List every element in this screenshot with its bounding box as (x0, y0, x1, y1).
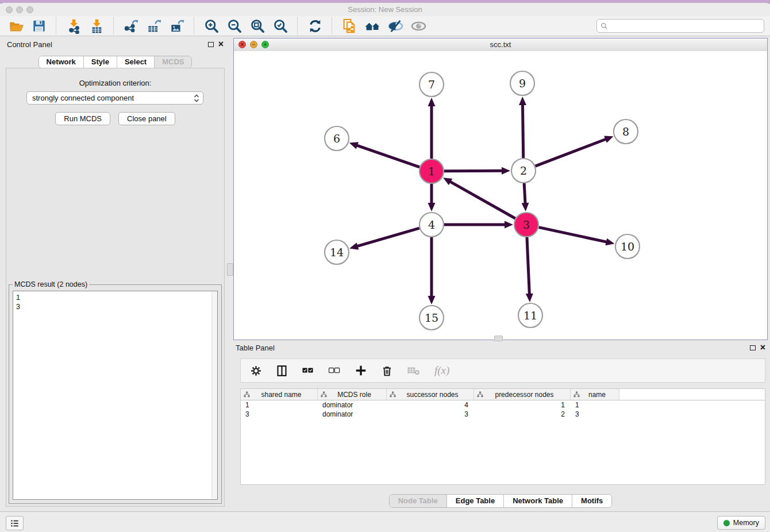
edge-1-6[interactable] (356, 145, 419, 167)
table-cell[interactable]: 3 (241, 410, 318, 419)
zoom-fit-icon (250, 18, 265, 34)
network-canvas[interactable]: 7968124314101511 (234, 51, 767, 340)
node-label-10: 10 (621, 240, 634, 253)
column-header-name[interactable]: name (571, 389, 619, 400)
show-columns-button[interactable] (276, 365, 288, 377)
table-cell[interactable]: dominator (318, 410, 387, 419)
edge-4-14[interactable] (356, 228, 419, 246)
table-options-button[interactable] (250, 365, 262, 377)
table-cell[interactable]: 1 (571, 400, 619, 410)
memory-button[interactable]: Memory (717, 516, 765, 530)
add-row-button[interactable] (355, 364, 367, 377)
edge-3-10[interactable] (539, 228, 608, 242)
hide-graphics-details-button[interactable] (384, 17, 406, 35)
toolbar-separator (297, 17, 298, 34)
delete-table-button[interactable] (407, 365, 421, 376)
mcds-result-textarea[interactable]: 1 3 (13, 291, 218, 500)
edge-arrowhead (521, 203, 529, 211)
export-table-button[interactable] (143, 17, 165, 35)
columns-icon (276, 365, 288, 377)
control-panel-float-button[interactable] (208, 42, 214, 47)
search-box[interactable] (596, 19, 764, 33)
edge-3-11[interactable] (527, 237, 529, 295)
search-input[interactable] (610, 20, 764, 32)
frame-maximize-button[interactable]: + (261, 41, 269, 48)
column-header-MCDS-role[interactable]: MCDS role (318, 389, 387, 400)
node-label-9: 9 (519, 77, 526, 90)
vertical-splitter-grip[interactable] (227, 263, 233, 276)
home-button[interactable] (361, 17, 383, 35)
clone-network-button[interactable] (338, 17, 360, 35)
edge-2-8[interactable] (536, 138, 607, 166)
import-table-icon (89, 18, 105, 34)
export-network-button[interactable] (120, 17, 142, 35)
function-builder-button[interactable]: f(x) (434, 364, 449, 377)
horizontal-splitter-grip[interactable] (494, 336, 503, 341)
deselect-all-button[interactable] (328, 365, 341, 376)
tab-motifs[interactable]: Motifs (572, 495, 611, 507)
tab-edge-table[interactable]: Edge Table (447, 495, 504, 507)
column-header-predecessor-nodes[interactable]: predecessor nodes (474, 389, 571, 400)
window-close-button[interactable] (6, 6, 13, 13)
table-cell[interactable]: dominator (318, 400, 387, 410)
tab-network-table[interactable]: Network Table (504, 495, 572, 507)
edge-arrowhead (349, 242, 359, 249)
edge-arrowhead (605, 238, 614, 246)
edge-1-2[interactable] (444, 171, 503, 171)
table-panel-title: Table Panel (236, 344, 275, 352)
refresh-layout-button[interactable] (304, 17, 326, 35)
zoom-fit-button[interactable] (247, 17, 268, 35)
attribute-type-icon (477, 391, 483, 398)
table-cell[interactable]: 3 (387, 410, 474, 419)
network-frame-titlebar[interactable]: × − + scc.txt (234, 38, 767, 52)
zoom-in-button[interactable] (201, 17, 222, 35)
export-network-icon (124, 18, 139, 34)
result-scrollbar[interactable] (211, 291, 217, 499)
tab-style[interactable]: Style (84, 56, 117, 68)
frame-minimize-button[interactable]: − (250, 41, 257, 48)
table-panel-close-button[interactable]: × (760, 344, 765, 351)
window-minimize-button[interactable] (16, 6, 23, 13)
tab-mcds[interactable]: MCDS (155, 56, 191, 68)
column-header-shared-name[interactable]: shared name (241, 389, 318, 400)
zoom-selected-button[interactable] (270, 17, 291, 35)
column-header-successor-nodes[interactable]: successor nodes (387, 389, 474, 400)
task-history-button[interactable] (6, 516, 24, 530)
trash-icon (381, 365, 393, 377)
export-image-button[interactable] (166, 17, 188, 35)
delete-row-button[interactable] (381, 365, 393, 377)
table-cell[interactable]: 1 (241, 400, 318, 410)
open-file-button[interactable] (5, 17, 27, 35)
import-network-button[interactable] (63, 17, 84, 35)
control-panel-close-button[interactable]: × (218, 41, 224, 48)
table-cell[interactable]: 2 (474, 410, 571, 419)
table-row[interactable]: 3dominator323 (241, 410, 765, 419)
optimization-criterion-select[interactable]: strongly connected component (26, 91, 203, 105)
tab-network[interactable]: Network (39, 56, 84, 68)
tab-node-table[interactable]: Node Table (390, 495, 447, 507)
run-mcds-button[interactable]: Run MCDS (55, 112, 110, 125)
home-icon (364, 18, 381, 34)
window-title: Session: New Session (0, 3, 770, 16)
edge-3-1[interactable] (449, 181, 515, 218)
table-cell[interactable]: 3 (571, 410, 619, 419)
table-row[interactable]: 1dominator411 (241, 400, 765, 410)
status-bar: Memory (0, 511, 770, 532)
birds-eye-view-button[interactable] (407, 17, 429, 35)
tab-select[interactable]: Select (117, 56, 155, 68)
zoom-out-button[interactable] (224, 17, 245, 35)
import-table-button[interactable] (86, 17, 107, 35)
edge-2-3[interactable] (524, 183, 525, 205)
table-cell[interactable]: 4 (387, 400, 474, 410)
select-all-button[interactable] (302, 365, 314, 376)
mcds-result-title: MCDS result (2 nodes) (13, 280, 89, 288)
table-body: 1dominator4113dominator323 (241, 400, 765, 419)
save-session-button[interactable] (28, 17, 50, 35)
edge-2-9[interactable] (522, 103, 523, 158)
close-panel-button[interactable]: Close panel (118, 112, 175, 125)
table-panel-float-button[interactable] (750, 345, 756, 350)
window-zoom-button[interactable] (26, 6, 33, 13)
edge-arrowhead (428, 296, 436, 304)
frame-close-button[interactable]: × (238, 41, 246, 48)
table-cell[interactable]: 1 (474, 400, 571, 410)
